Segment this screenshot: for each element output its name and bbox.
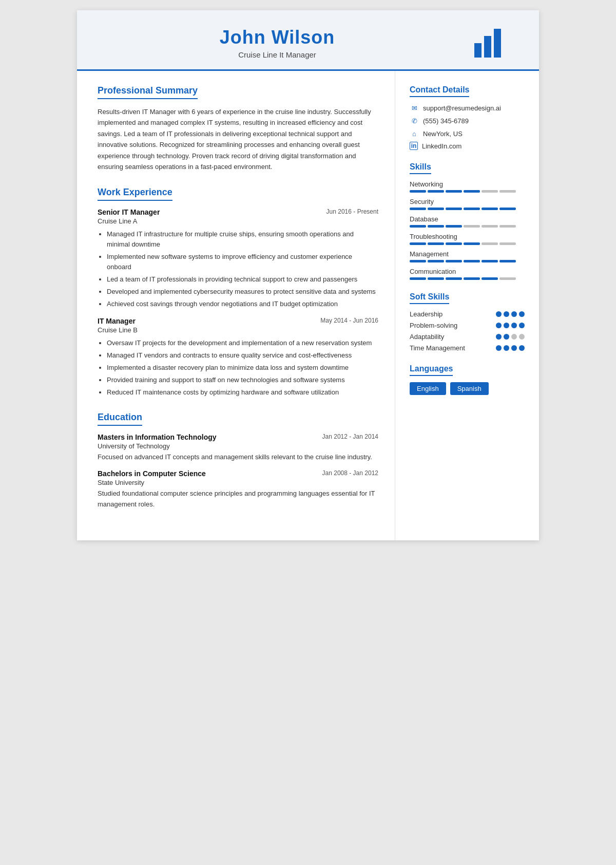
education-section: Education Masters in Information Technol… (98, 412, 378, 509)
contact-section: Contact Details ✉ support@resumedesign.a… (410, 85, 525, 150)
skill-segment (428, 190, 444, 193)
soft-skill-dots (496, 334, 525, 340)
job-1-header: Senior IT Manager Jun 2016 - Present (98, 208, 378, 216)
skill-name: Database (410, 215, 525, 223)
dot (504, 311, 509, 317)
skill-segment (499, 190, 516, 193)
edu-1-header: Masters in Information Technology Jan 20… (98, 433, 378, 441)
work-experience-section: Work Experience Senior IT Manager Jun 20… (98, 187, 378, 398)
skill-segment (464, 208, 480, 210)
soft-skill-row: Problem-solving (410, 322, 525, 329)
skill-bar (410, 190, 525, 193)
edu-1-description: Focused on advanced IT concepts and mana… (98, 452, 378, 462)
dot (511, 334, 517, 340)
skill-segment (482, 208, 498, 210)
skill-segment (410, 277, 426, 280)
bullet-item: Implemented a disaster recovery plan to … (107, 363, 378, 373)
skills-list: NetworkingSecurityDatabaseTroubleshootin… (410, 180, 525, 280)
languages-section: Languages EnglishSpanish (410, 364, 525, 395)
dot (511, 323, 517, 328)
dot (511, 311, 517, 317)
dot (519, 311, 525, 317)
skill-segment (446, 190, 462, 193)
dot (504, 334, 509, 340)
job-2-company: Cruise Line B (98, 326, 378, 334)
skill-name: Security (410, 198, 525, 205)
job-2-title: IT Manager (98, 317, 136, 325)
soft-skills-title: Soft Skills (410, 292, 449, 304)
main-content: Professional Summary Results-driven IT M… (77, 71, 539, 540)
dot (496, 311, 502, 317)
skill-segment (428, 260, 444, 262)
job-1-title: Senior IT Manager (98, 208, 160, 216)
dot (504, 345, 509, 351)
contact-email: ✉ support@resumedesign.ai (410, 103, 525, 112)
skill-segment (428, 225, 444, 228)
professional-summary-text: Results-driven IT Manager with 6 years o… (98, 106, 378, 173)
bullet-item: Oversaw IT projects for the development … (107, 338, 378, 348)
skill-segment (464, 225, 480, 228)
skills-title: Skills (410, 162, 431, 174)
professional-summary-title: Professional Summary (98, 85, 198, 99)
skill-bar (410, 260, 525, 262)
skill-segment (499, 208, 516, 210)
dot (496, 334, 502, 340)
language-badges: EnglishSpanish (410, 382, 525, 395)
skill-bar (410, 242, 525, 245)
language-badge: English (410, 382, 446, 395)
skill-segment (446, 242, 462, 245)
email-icon: ✉ (410, 103, 419, 112)
job-2: IT Manager May 2014 - Jun 2016 Cruise Li… (98, 317, 378, 398)
skill-segment (410, 208, 426, 210)
work-experience-title: Work Experience (98, 187, 172, 201)
skill-segment (499, 277, 516, 280)
languages-title: Languages (410, 364, 453, 376)
skill-segment (482, 242, 498, 245)
left-column: Professional Summary Results-driven IT M… (77, 71, 395, 540)
resume-page: John Wilson Cruise Line It Manager Profe… (77, 10, 539, 540)
candidate-name: John Wilson (98, 27, 457, 48)
skill-segment (482, 260, 498, 262)
skill-bar (410, 225, 525, 228)
logo-bar-3 (494, 29, 501, 58)
skill-segment (446, 225, 462, 228)
skill-segment (464, 260, 480, 262)
edu-1-institution: University of Technology (98, 442, 378, 450)
edu-1-degree: Masters in Information Technology (98, 433, 217, 441)
skill-segment (410, 190, 426, 193)
bullet-item: Achieved cost savings through vendor neg… (107, 299, 378, 309)
contact-title: Contact Details (410, 85, 469, 97)
linkedin-icon: in (410, 142, 418, 150)
job-2-bullets: Oversaw IT projects for the development … (98, 338, 378, 398)
skill-segment (499, 242, 516, 245)
job-1: Senior IT Manager Jun 2016 - Present Cru… (98, 208, 378, 310)
soft-skill-dots (496, 345, 525, 351)
right-column: Contact Details ✉ support@resumedesign.a… (395, 71, 539, 540)
edu-2-header: Bachelors in Computer Science Jan 2008 -… (98, 469, 378, 478)
skill-name: Networking (410, 180, 525, 188)
education-title: Education (98, 412, 142, 426)
edu-2: Bachelors in Computer Science Jan 2008 -… (98, 469, 378, 509)
contact-location: ⌂ NewYork, US (410, 129, 525, 138)
contact-phone: ✆ (555) 345-6789 (410, 116, 525, 125)
skill-segment (464, 242, 480, 245)
bullet-item: Managed IT infrastructure for multiple c… (107, 229, 378, 250)
job-1-bullets: Managed IT infrastructure for multiple c… (98, 229, 378, 310)
skill-segment (410, 225, 426, 228)
skill-segment (410, 260, 426, 262)
soft-skill-name: Time Management (410, 344, 465, 352)
soft-skills-list: LeadershipProblem-solvingAdaptabilityTim… (410, 310, 525, 352)
edu-1: Masters in Information Technology Jan 20… (98, 433, 378, 462)
phone-value: (555) 345-6789 (423, 117, 469, 125)
skill-bar (410, 277, 525, 280)
skill-segment (446, 260, 462, 262)
skills-section: Skills NetworkingSecurityDatabaseTrouble… (410, 162, 525, 280)
dot (519, 323, 525, 328)
header-logo (457, 29, 518, 58)
header-left: John Wilson Cruise Line It Manager (98, 27, 457, 59)
bullet-item: Led a team of IT professionals in provid… (107, 274, 378, 285)
contact-linkedin: in LinkedIn.com (410, 142, 525, 150)
edu-2-degree: Bachelors in Computer Science (98, 469, 206, 478)
skill-segment (482, 277, 498, 280)
job-2-dates: May 2014 - Jun 2016 (320, 317, 378, 324)
